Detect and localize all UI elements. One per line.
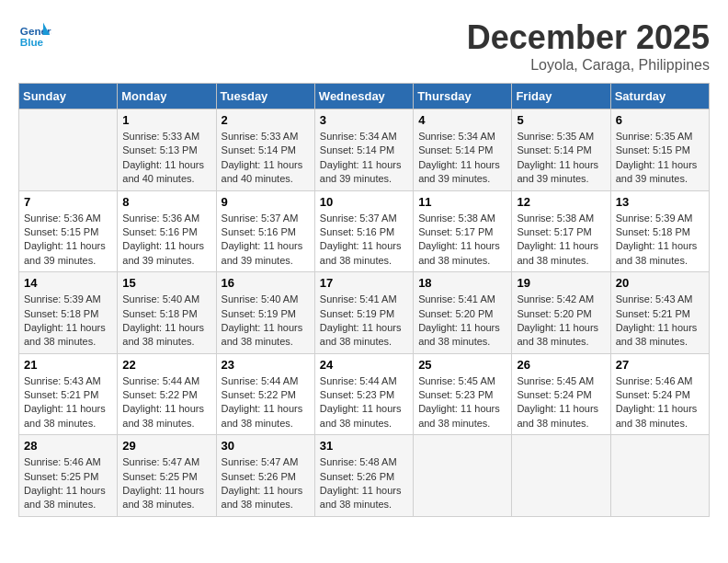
day-number: 8 — [122, 195, 210, 209]
calendar-cell: 23Sunrise: 5:44 AM Sunset: 5:22 PM Dayli… — [216, 353, 314, 435]
calendar-cell: 18Sunrise: 5:41 AM Sunset: 5:20 PM Dayli… — [414, 272, 512, 354]
day-info: Sunrise: 5:37 AM Sunset: 5:16 PM Dayligh… — [222, 212, 310, 269]
day-info: Sunrise: 5:35 AM Sunset: 5:15 PM Dayligh… — [616, 130, 704, 187]
calendar-week-row: 7Sunrise: 5:36 AM Sunset: 5:15 PM Daylig… — [19, 190, 710, 272]
day-number: 22 — [122, 358, 210, 372]
month-title: December 2025 — [467, 18, 710, 57]
calendar-cell — [414, 435, 512, 517]
calendar-header: SundayMondayTuesdayWednesdayThursdayFrid… — [19, 84, 710, 109]
logo: General Blue — [18, 18, 51, 52]
day-info: Sunrise: 5:33 AM Sunset: 5:13 PM Dayligh… — [122, 130, 210, 187]
calendar-cell: 17Sunrise: 5:41 AM Sunset: 5:19 PM Dayli… — [314, 272, 413, 354]
calendar-cell: 29Sunrise: 5:47 AM Sunset: 5:25 PM Dayli… — [118, 435, 216, 517]
day-info: Sunrise: 5:33 AM Sunset: 5:14 PM Dayligh… — [222, 130, 310, 187]
day-number: 5 — [517, 113, 605, 127]
calendar-cell: 28Sunrise: 5:46 AM Sunset: 5:25 PM Dayli… — [19, 435, 118, 517]
calendar-cell: 8Sunrise: 5:36 AM Sunset: 5:16 PM Daylig… — [118, 190, 216, 272]
day-number: 21 — [24, 358, 112, 372]
calendar-cell: 13Sunrise: 5:39 AM Sunset: 5:18 PM Dayli… — [610, 190, 709, 272]
day-number: 30 — [222, 439, 310, 453]
day-number: 20 — [616, 276, 704, 290]
day-number: 26 — [517, 358, 605, 372]
calendar-cell: 25Sunrise: 5:45 AM Sunset: 5:23 PM Dayli… — [414, 353, 512, 435]
day-info: Sunrise: 5:47 AM Sunset: 5:25 PM Dayligh… — [122, 455, 210, 512]
day-info: Sunrise: 5:43 AM Sunset: 5:21 PM Dayligh… — [24, 374, 112, 431]
calendar-week-row: 21Sunrise: 5:43 AM Sunset: 5:21 PM Dayli… — [19, 353, 710, 435]
day-info: Sunrise: 5:41 AM Sunset: 5:20 PM Dayligh… — [418, 293, 506, 350]
day-info: Sunrise: 5:40 AM Sunset: 5:19 PM Dayligh… — [222, 293, 310, 350]
day-info: Sunrise: 5:38 AM Sunset: 5:17 PM Dayligh… — [418, 212, 506, 269]
calendar-cell: 11Sunrise: 5:38 AM Sunset: 5:17 PM Dayli… — [414, 190, 512, 272]
day-number: 27 — [616, 358, 704, 372]
day-info: Sunrise: 5:45 AM Sunset: 5:24 PM Dayligh… — [517, 374, 605, 431]
day-info: Sunrise: 5:43 AM Sunset: 5:21 PM Dayligh… — [616, 293, 704, 350]
weekday-header: Thursday — [414, 84, 512, 109]
day-info: Sunrise: 5:48 AM Sunset: 5:26 PM Dayligh… — [320, 455, 408, 512]
weekday-header: Friday — [512, 84, 610, 109]
day-info: Sunrise: 5:34 AM Sunset: 5:14 PM Dayligh… — [418, 130, 506, 187]
calendar-week-row: 28Sunrise: 5:46 AM Sunset: 5:25 PM Dayli… — [19, 435, 710, 517]
calendar-table: SundayMondayTuesdayWednesdayThursdayFrid… — [18, 83, 710, 517]
header: General Blue December 2025 Loyola, Carag… — [18, 18, 710, 74]
day-info: Sunrise: 5:40 AM Sunset: 5:18 PM Dayligh… — [122, 293, 210, 350]
day-number: 14 — [24, 276, 112, 290]
day-number: 31 — [320, 439, 408, 453]
day-number: 7 — [24, 195, 112, 209]
day-info: Sunrise: 5:36 AM Sunset: 5:16 PM Dayligh… — [122, 212, 210, 269]
day-number: 16 — [222, 276, 310, 290]
calendar-cell: 16Sunrise: 5:40 AM Sunset: 5:19 PM Dayli… — [216, 272, 314, 354]
calendar-cell: 27Sunrise: 5:46 AM Sunset: 5:24 PM Dayli… — [610, 353, 709, 435]
day-number: 25 — [418, 358, 506, 372]
day-number: 3 — [320, 113, 408, 127]
day-info: Sunrise: 5:38 AM Sunset: 5:17 PM Dayligh… — [517, 212, 605, 269]
day-info: Sunrise: 5:44 AM Sunset: 5:23 PM Dayligh… — [320, 374, 408, 431]
calendar-cell: 3Sunrise: 5:34 AM Sunset: 5:14 PM Daylig… — [314, 109, 413, 191]
calendar-cell: 9Sunrise: 5:37 AM Sunset: 5:16 PM Daylig… — [216, 190, 314, 272]
calendar-cell: 10Sunrise: 5:37 AM Sunset: 5:16 PM Dayli… — [314, 190, 413, 272]
day-number: 9 — [222, 195, 310, 209]
day-number: 2 — [222, 113, 310, 127]
day-info: Sunrise: 5:37 AM Sunset: 5:16 PM Dayligh… — [320, 212, 408, 269]
day-info: Sunrise: 5:44 AM Sunset: 5:22 PM Dayligh… — [222, 374, 310, 431]
calendar-cell: 30Sunrise: 5:47 AM Sunset: 5:26 PM Dayli… — [216, 435, 314, 517]
calendar-cell: 26Sunrise: 5:45 AM Sunset: 5:24 PM Dayli… — [512, 353, 610, 435]
day-info: Sunrise: 5:45 AM Sunset: 5:23 PM Dayligh… — [418, 374, 506, 431]
day-number: 28 — [24, 439, 112, 453]
calendar-cell — [19, 109, 118, 191]
day-number: 1 — [122, 113, 210, 127]
day-number: 13 — [616, 195, 704, 209]
calendar-cell: 1Sunrise: 5:33 AM Sunset: 5:13 PM Daylig… — [118, 109, 216, 191]
calendar-cell: 4Sunrise: 5:34 AM Sunset: 5:14 PM Daylig… — [414, 109, 512, 191]
day-number: 10 — [320, 195, 408, 209]
day-info: Sunrise: 5:41 AM Sunset: 5:19 PM Dayligh… — [320, 293, 408, 350]
day-number: 18 — [418, 276, 506, 290]
calendar-cell: 14Sunrise: 5:39 AM Sunset: 5:18 PM Dayli… — [19, 272, 118, 354]
day-info: Sunrise: 5:35 AM Sunset: 5:14 PM Dayligh… — [517, 130, 605, 187]
title-area: December 2025 Loyola, Caraga, Philippine… — [467, 18, 710, 74]
weekday-header: Saturday — [610, 84, 709, 109]
day-info: Sunrise: 5:34 AM Sunset: 5:14 PM Dayligh… — [320, 130, 408, 187]
calendar-body: 1Sunrise: 5:33 AM Sunset: 5:13 PM Daylig… — [19, 109, 710, 517]
day-number: 15 — [122, 276, 210, 290]
day-info: Sunrise: 5:39 AM Sunset: 5:18 PM Dayligh… — [616, 212, 704, 269]
day-number: 6 — [616, 113, 704, 127]
weekday-header: Tuesday — [216, 84, 314, 109]
calendar-cell — [512, 435, 610, 517]
calendar-cell: 5Sunrise: 5:35 AM Sunset: 5:14 PM Daylig… — [512, 109, 610, 191]
day-info: Sunrise: 5:44 AM Sunset: 5:22 PM Dayligh… — [122, 374, 210, 431]
weekday-row: SundayMondayTuesdayWednesdayThursdayFrid… — [19, 84, 710, 109]
location: Loyola, Caraga, Philippines — [467, 57, 710, 74]
calendar-cell: 6Sunrise: 5:35 AM Sunset: 5:15 PM Daylig… — [610, 109, 709, 191]
day-info: Sunrise: 5:46 AM Sunset: 5:25 PM Dayligh… — [24, 455, 112, 512]
calendar-week-row: 14Sunrise: 5:39 AM Sunset: 5:18 PM Dayli… — [19, 272, 710, 354]
day-number: 17 — [320, 276, 408, 290]
calendar-cell: 12Sunrise: 5:38 AM Sunset: 5:17 PM Dayli… — [512, 190, 610, 272]
calendar-cell: 2Sunrise: 5:33 AM Sunset: 5:14 PM Daylig… — [216, 109, 314, 191]
svg-text:Blue: Blue — [20, 36, 44, 48]
day-info: Sunrise: 5:39 AM Sunset: 5:18 PM Dayligh… — [24, 293, 112, 350]
calendar-cell: 7Sunrise: 5:36 AM Sunset: 5:15 PM Daylig… — [19, 190, 118, 272]
day-number: 4 — [418, 113, 506, 127]
day-number: 23 — [222, 358, 310, 372]
calendar-week-row: 1Sunrise: 5:33 AM Sunset: 5:13 PM Daylig… — [19, 109, 710, 191]
weekday-header: Wednesday — [314, 84, 413, 109]
